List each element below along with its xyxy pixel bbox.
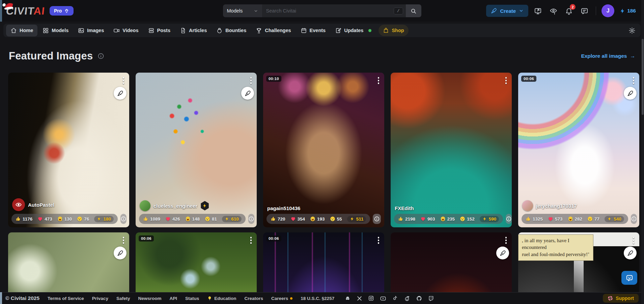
card-menu-button[interactable] bbox=[631, 234, 637, 246]
scrollbar-thumb[interactable] bbox=[642, 39, 644, 115]
footer-link-education[interactable]: Education bbox=[207, 296, 236, 301]
support-chat-widget[interactable] bbox=[621, 271, 637, 285]
browsing-level-button[interactable] bbox=[547, 5, 559, 17]
create-button[interactable]: Create bbox=[486, 5, 528, 17]
scrollbar[interactable] bbox=[641, 0, 644, 304]
card-menu-button[interactable] bbox=[248, 75, 254, 86]
image-card[interactable]: clueless_engineer 1089 426 148 bbox=[136, 73, 257, 227]
x-icon[interactable] bbox=[357, 296, 362, 301]
stat-laugh[interactable]: 193 bbox=[310, 216, 325, 222]
footer-link-terms[interactable]: Terms of Service bbox=[48, 296, 84, 301]
stat-zap[interactable]: 610 bbox=[222, 216, 242, 222]
user-avatar[interactable]: J bbox=[601, 4, 614, 17]
card-username[interactable]: clueless_engineer bbox=[153, 203, 197, 209]
image-card[interactable]: 00:06 jerychang170317 1325 573 bbox=[518, 73, 639, 227]
footer-link-newsroom[interactable]: Newsroom bbox=[138, 296, 161, 301]
info-button[interactable] bbox=[120, 214, 127, 224]
nav-item-home[interactable]: Home bbox=[6, 25, 37, 36]
tiktok-icon[interactable] bbox=[392, 295, 398, 301]
card-menu-button[interactable] bbox=[120, 234, 127, 246]
nav-item-videos[interactable]: Videos bbox=[109, 25, 143, 36]
stat-laugh[interactable]: 148 bbox=[185, 216, 200, 222]
footer-link-status[interactable]: Status bbox=[185, 296, 199, 301]
stat-heart[interactable]: 903 bbox=[420, 216, 435, 222]
stat-zap[interactable]: 511 bbox=[347, 216, 366, 222]
stat-heart[interactable]: 573 bbox=[548, 216, 563, 222]
stat-laugh[interactable]: 282 bbox=[568, 216, 583, 222]
card-avatar[interactable] bbox=[140, 200, 150, 211]
explore-all-images-link[interactable]: Explore all images → bbox=[581, 53, 635, 59]
info-button[interactable] bbox=[248, 214, 254, 224]
nav-item-models[interactable]: Models bbox=[38, 25, 73, 36]
card-username[interactable]: pagain510436 bbox=[267, 205, 300, 211]
stat-heart[interactable]: 473 bbox=[37, 216, 52, 222]
nav-item-images[interactable]: Images bbox=[74, 25, 108, 36]
card-menu-button[interactable] bbox=[503, 234, 509, 246]
stat-like[interactable]: 1089 bbox=[143, 216, 160, 222]
card-menu-button[interactable] bbox=[375, 75, 382, 86]
stat-cry[interactable]: 55 bbox=[330, 216, 342, 222]
stat-zap[interactable]: 540 bbox=[605, 216, 624, 222]
remix-button[interactable] bbox=[624, 247, 637, 259]
notifications-button[interactable]: 2 bbox=[563, 5, 575, 17]
stat-cry[interactable]: 77 bbox=[587, 216, 599, 222]
card-menu-button[interactable] bbox=[503, 75, 509, 86]
stat-like[interactable]: 720 bbox=[271, 216, 285, 222]
pro-badge[interactable]: Pro bbox=[50, 6, 74, 16]
stat-cry[interactable]: 152 bbox=[460, 216, 475, 222]
nav-item-bounties[interactable]: Bounties bbox=[212, 25, 251, 36]
nav-item-updates[interactable]: Updates bbox=[331, 25, 376, 36]
stat-zap[interactable]: 590 bbox=[480, 216, 499, 222]
info-button[interactable] bbox=[631, 214, 637, 224]
footer-link-api[interactable]: API bbox=[169, 296, 177, 301]
card-username[interactable]: jerychang170317 bbox=[536, 203, 577, 209]
civitai-logo[interactable]: CIVITAI bbox=[5, 6, 45, 16]
stat-cry[interactable]: 81 bbox=[205, 216, 217, 222]
remix-button[interactable] bbox=[624, 87, 637, 100]
card-menu-button[interactable] bbox=[375, 234, 382, 246]
search-input[interactable] bbox=[266, 8, 394, 14]
stat-zap[interactable]: 180 bbox=[94, 216, 114, 222]
stat-laugh[interactable]: 130 bbox=[57, 216, 72, 222]
card-username[interactable]: AutoPastel bbox=[28, 202, 54, 208]
stat-laugh[interactable]: 235 bbox=[440, 216, 455, 222]
screen-share-button[interactable] bbox=[532, 5, 544, 17]
card-avatar[interactable] bbox=[12, 198, 25, 211]
search-button[interactable] bbox=[406, 4, 421, 17]
discord-icon[interactable] bbox=[344, 295, 351, 302]
instagram-icon[interactable] bbox=[368, 295, 374, 301]
buzz-balance[interactable]: 186 bbox=[618, 6, 638, 15]
reddit-icon[interactable] bbox=[404, 295, 410, 302]
twitch-icon[interactable] bbox=[428, 295, 434, 301]
info-circle-icon[interactable] bbox=[97, 53, 104, 59]
remix-button[interactable] bbox=[496, 247, 509, 259]
card-menu-button[interactable] bbox=[120, 75, 127, 86]
github-icon[interactable] bbox=[416, 295, 422, 302]
stat-like[interactable]: 2198 bbox=[398, 216, 415, 222]
image-card[interactable]: FXEdith 2198 903 235 152 bbox=[391, 73, 512, 227]
nav-item-posts[interactable]: Posts bbox=[144, 25, 175, 36]
search-category-select[interactable]: Models bbox=[223, 4, 262, 17]
remix-button[interactable] bbox=[241, 87, 254, 100]
remix-button[interactable] bbox=[114, 247, 127, 259]
nav-item-shop[interactable]: Shop bbox=[379, 25, 408, 36]
stat-like[interactable]: 1325 bbox=[526, 216, 543, 222]
card-menu-button[interactable] bbox=[248, 234, 254, 246]
stat-heart[interactable]: 354 bbox=[290, 216, 305, 222]
image-card[interactable]: AutoPastel 1176 473 130 76 bbox=[8, 73, 129, 227]
nav-settings-button[interactable] bbox=[626, 24, 638, 36]
footer-link-privacy[interactable]: Privacy bbox=[92, 296, 108, 301]
footer-link-2257[interactable]: 18 U.S.C. §2257 bbox=[301, 296, 334, 301]
youtube-icon[interactable] bbox=[380, 295, 386, 302]
footer-link-safety[interactable]: Safety bbox=[116, 296, 130, 301]
footer-link-careers[interactable]: Careers bbox=[271, 296, 292, 301]
stat-like[interactable]: 1176 bbox=[16, 216, 32, 222]
nav-item-challenges[interactable]: Challenges bbox=[251, 25, 295, 36]
stat-cry[interactable]: 76 bbox=[77, 216, 89, 222]
info-button[interactable] bbox=[373, 214, 381, 224]
chat-button[interactable] bbox=[578, 5, 590, 17]
info-button[interactable] bbox=[506, 214, 512, 224]
card-avatar[interactable] bbox=[522, 200, 533, 211]
nav-item-events[interactable]: Events bbox=[296, 25, 330, 36]
support-button[interactable]: Support bbox=[603, 294, 639, 303]
